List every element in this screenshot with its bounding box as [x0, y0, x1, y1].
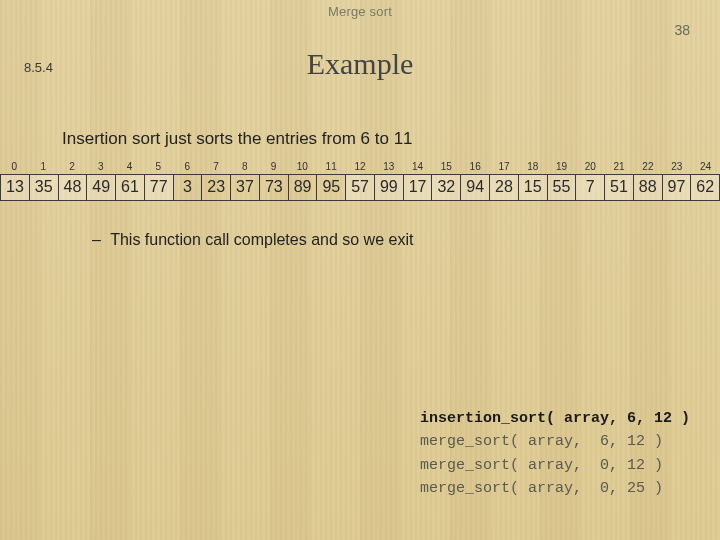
array-cell: 32 [431, 174, 460, 201]
index-cell: 12 [346, 161, 375, 174]
index-cell: 17 [490, 161, 519, 174]
page-number: 38 [674, 22, 690, 38]
index-cell: 5 [144, 161, 173, 174]
index-cell: 0 [0, 161, 29, 174]
array-cell: 35 [29, 174, 58, 201]
code-line: insertion_sort( array, 6, 12 ) [420, 407, 690, 430]
index-cell: 14 [403, 161, 432, 174]
call-stack-code: insertion_sort( array, 6, 12 )merge_sort… [420, 407, 690, 500]
index-cell: 13 [374, 161, 403, 174]
array-cell: 77 [144, 174, 173, 201]
array-cell: 89 [288, 174, 317, 201]
index-cell: 9 [259, 161, 288, 174]
index-cell: 24 [691, 161, 720, 174]
section-number: 8.5.4 [24, 60, 53, 75]
array-cell: 51 [604, 174, 633, 201]
array-cell: 55 [547, 174, 576, 201]
array-cell: 94 [460, 174, 489, 201]
array-cell: 99 [374, 174, 403, 201]
index-cell: 1 [29, 161, 58, 174]
array-cell: 49 [86, 174, 115, 201]
array-cell: 37 [230, 174, 259, 201]
bullet-text: This function call completes and so we e… [110, 231, 413, 248]
array-cell: 48 [58, 174, 87, 201]
index-cell: 6 [173, 161, 202, 174]
array-cell: 62 [690, 174, 720, 201]
index-cell: 20 [576, 161, 605, 174]
array-cell: 28 [489, 174, 518, 201]
index-cell: 10 [288, 161, 317, 174]
array-cell: 95 [316, 174, 345, 201]
array-cell: 61 [115, 174, 144, 201]
header-topic: Merge sort [0, 0, 720, 19]
bullet-line: – This function call completes and so we… [92, 231, 720, 249]
array-cell: 23 [201, 174, 230, 201]
index-cell: 2 [58, 161, 87, 174]
index-cell: 19 [547, 161, 576, 174]
array-cell: 97 [662, 174, 691, 201]
array-cell: 88 [633, 174, 662, 201]
code-line: merge_sort( array, 6, 12 ) [420, 430, 690, 453]
index-cell: 7 [202, 161, 231, 174]
array-cell: 73 [259, 174, 288, 201]
index-cell: 22 [634, 161, 663, 174]
array-cell: 17 [403, 174, 432, 201]
array-index-row: 0123456789101112131415161718192021222324 [0, 161, 720, 174]
index-cell: 4 [115, 161, 144, 174]
index-cell: 16 [461, 161, 490, 174]
array-cell: 13 [0, 174, 29, 201]
code-line: merge_sort( array, 0, 12 ) [420, 454, 690, 477]
bullet-dash: – [92, 231, 106, 249]
array-value-row: 1335484961773233773899557991732942815557… [0, 174, 720, 201]
index-cell: 11 [317, 161, 346, 174]
array-cell: 7 [575, 174, 604, 201]
index-cell: 8 [230, 161, 259, 174]
index-cell: 3 [86, 161, 115, 174]
slide-title: Example [0, 47, 720, 81]
index-cell: 15 [432, 161, 461, 174]
index-cell: 18 [518, 161, 547, 174]
index-cell: 21 [605, 161, 634, 174]
array-cell: 57 [345, 174, 374, 201]
array-cell: 15 [518, 174, 547, 201]
array-cell: 3 [173, 174, 202, 201]
body-text: Insertion sort just sorts the entries fr… [62, 129, 720, 149]
index-cell: 23 [662, 161, 691, 174]
code-line: merge_sort( array, 0, 25 ) [420, 477, 690, 500]
